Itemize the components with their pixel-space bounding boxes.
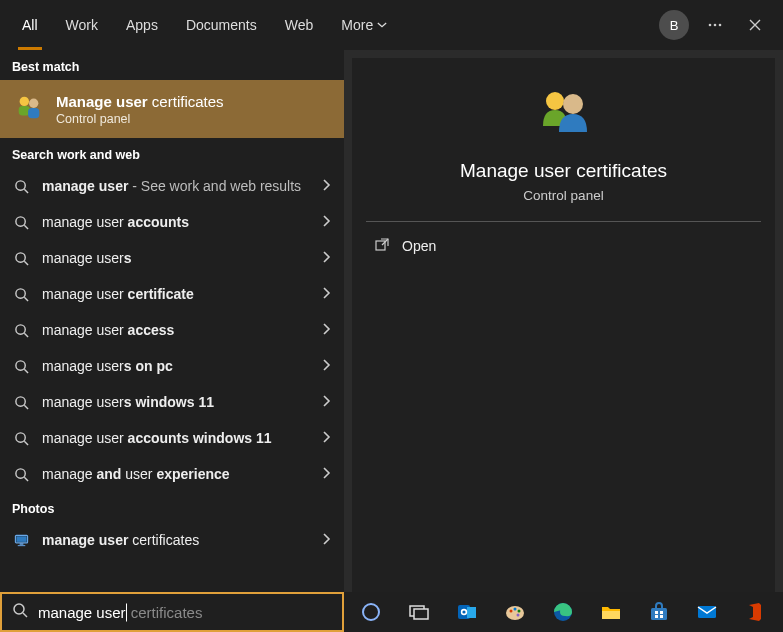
svg-point-24 — [363, 604, 379, 620]
tab-label: All — [22, 17, 38, 33]
chevron-right-icon[interactable] — [320, 358, 332, 374]
svg-point-9 — [15, 252, 24, 261]
svg-rect-37 — [602, 611, 620, 619]
best-match-title-bold: Manage user — [56, 93, 148, 110]
svg-rect-41 — [655, 615, 658, 618]
chevron-down-icon — [377, 17, 387, 33]
search-icon — [12, 395, 30, 410]
tab-work[interactable]: Work — [52, 0, 112, 50]
svg-rect-43 — [698, 606, 716, 618]
monitor-icon — [12, 533, 30, 548]
svg-point-35 — [517, 614, 520, 617]
suggestion-text: manage user certificate — [42, 286, 308, 302]
best-match-result[interactable]: Manage user certificates Control panel — [0, 80, 344, 138]
search-icon — [12, 467, 30, 482]
tab-label: Web — [285, 17, 314, 33]
group-header-best-match: Best match — [0, 50, 344, 80]
action-label: Open — [402, 238, 436, 254]
taskbar-edge[interactable] — [542, 592, 584, 632]
suggestion-row[interactable]: manage and user experience — [0, 456, 344, 492]
action-open[interactable]: Open — [352, 222, 775, 269]
chevron-right-icon[interactable] — [320, 286, 332, 302]
taskbar-cortana[interactable] — [350, 592, 392, 632]
svg-point-10 — [15, 288, 24, 297]
tab-all[interactable]: All — [8, 0, 52, 50]
close-button[interactable] — [735, 5, 775, 45]
best-match-subtitle: Control panel — [56, 112, 224, 126]
search-filter-tabs: All Work Apps Documents Web More — [8, 0, 401, 50]
svg-point-14 — [15, 432, 24, 441]
taskbar-paint[interactable] — [494, 592, 536, 632]
svg-rect-38 — [651, 608, 667, 620]
suggestion-row[interactable]: manage user accounts windows 11 — [0, 420, 344, 456]
photos-text: manage user certificates — [42, 532, 308, 548]
suggestion-row[interactable]: manage users — [0, 240, 344, 276]
tab-web[interactable]: Web — [271, 0, 328, 50]
more-options-button[interactable] — [695, 5, 735, 45]
svg-rect-22 — [376, 241, 385, 250]
photos-list: manage user certificates — [0, 522, 344, 558]
svg-point-2 — [719, 24, 722, 27]
search-icon — [12, 251, 30, 266]
chevron-right-icon[interactable] — [320, 430, 332, 446]
svg-point-20 — [546, 92, 564, 110]
svg-point-5 — [29, 99, 38, 108]
svg-point-7 — [15, 180, 24, 189]
suggestion-row[interactable]: manage users windows 11 — [0, 384, 344, 420]
suggestion-row[interactable]: manage user certificate — [0, 276, 344, 312]
svg-point-12 — [15, 360, 24, 369]
taskbar-task-view[interactable] — [398, 592, 440, 632]
best-match-title-rest: certificates — [148, 93, 224, 110]
svg-point-13 — [15, 396, 24, 405]
tab-label: Apps — [126, 17, 158, 33]
suggestion-text: manage users windows 11 — [42, 394, 308, 410]
svg-rect-40 — [660, 611, 663, 614]
preview-panel: Manage user certificates Control panel O… — [352, 58, 775, 624]
chevron-right-icon[interactable] — [320, 178, 332, 194]
suggestion-row[interactable]: manage users on pc — [0, 348, 344, 384]
group-header-search-web: Search work and web — [0, 138, 344, 168]
taskbar-office[interactable] — [734, 592, 776, 632]
certificates-large-icon — [536, 86, 592, 142]
tab-more[interactable]: More — [327, 0, 401, 50]
user-avatar[interactable]: B — [659, 10, 689, 40]
search-box[interactable]: manage user certificates — [0, 592, 344, 632]
open-icon — [374, 236, 390, 255]
group-header-photos: Photos — [0, 492, 344, 522]
preview-title: Manage user certificates — [460, 160, 667, 182]
svg-point-33 — [514, 608, 517, 611]
taskbar-microsoft-store[interactable] — [638, 592, 680, 632]
suggestion-row[interactable]: manage user access — [0, 312, 344, 348]
svg-rect-6 — [28, 108, 39, 118]
suggestion-text: manage user - See work and web results — [42, 178, 308, 194]
photos-row[interactable]: manage user certificates — [0, 522, 344, 558]
chevron-right-icon[interactable] — [320, 394, 332, 410]
taskbar-file-explorer[interactable] — [590, 592, 632, 632]
chevron-right-icon[interactable] — [320, 250, 332, 266]
search-icon — [12, 287, 30, 302]
suggestion-text: manage users on pc — [42, 358, 308, 374]
suggestion-text: manage user accounts windows 11 — [42, 430, 308, 446]
chevron-right-icon[interactable] — [320, 214, 332, 230]
certificates-icon — [14, 92, 44, 126]
chevron-right-icon[interactable] — [320, 322, 332, 338]
search-icon — [12, 179, 30, 194]
chevron-right-icon[interactable] — [320, 532, 332, 548]
tab-apps[interactable]: Apps — [112, 0, 172, 50]
taskbar-mail[interactable] — [686, 592, 728, 632]
suggestion-row[interactable]: manage user - See work and web results — [0, 168, 344, 204]
svg-rect-26 — [414, 609, 428, 619]
suggestion-row[interactable]: manage user accounts — [0, 204, 344, 240]
svg-point-8 — [15, 216, 24, 225]
svg-point-15 — [15, 468, 24, 477]
svg-point-30 — [462, 610, 465, 613]
svg-point-23 — [14, 604, 24, 614]
search-icon — [12, 602, 28, 622]
svg-rect-18 — [19, 543, 23, 544]
chevron-right-icon[interactable] — [320, 466, 332, 482]
svg-point-3 — [20, 97, 29, 106]
svg-rect-39 — [655, 611, 658, 614]
taskbar-outlook[interactable] — [446, 592, 488, 632]
tab-documents[interactable]: Documents — [172, 0, 271, 50]
tab-label: More — [341, 17, 373, 33]
